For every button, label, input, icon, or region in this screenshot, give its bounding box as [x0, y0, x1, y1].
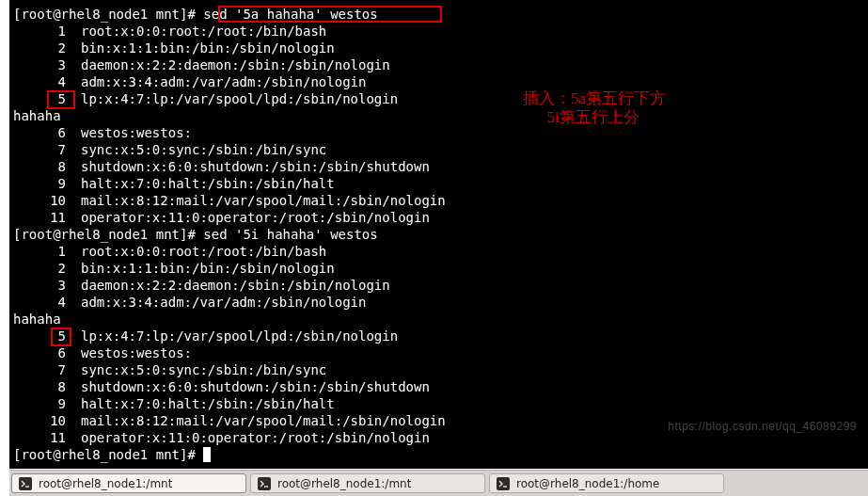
output-line: 4adm:x:3:4:adm:/var/adm:/sbin/nologin — [13, 294, 868, 311]
line-number: 3 — [13, 277, 66, 294]
output-line: 2bin:x:1:1:bin:/bin:/sbin/nologin — [13, 260, 868, 277]
output-line: 3daemon:x:2:2:daemon:/sbin:/sbin/nologin — [13, 56, 868, 73]
line-text: sync:x:5:0:sync:/sbin:/bin/sync — [66, 142, 326, 157]
terminal-icon — [496, 476, 511, 491]
line-number: 2 — [13, 40, 66, 56]
taskbar-tab-1[interactable]: root@rhel8_node1:/mnt — [11, 473, 246, 493]
terminal-area[interactable]: [root@rhel8_node1 mnt]# sed '5a hahaha' … — [9, 0, 868, 469]
line-text: daemon:x:2:2:daemon:/sbin:/sbin/nologin — [66, 57, 390, 72]
inserted-text: hahaha — [13, 312, 61, 327]
cursor-icon — [203, 447, 211, 462]
line-number: 6 — [13, 344, 66, 361]
taskbar-tab-label: root@rhel8_node1:/home — [516, 477, 659, 490]
line-number: 11 — [13, 429, 66, 446]
prompt-line-2: [root@rhel8_node1 mnt]# sed '5i hahaha' … — [13, 226, 868, 243]
watermark-text: https://blog.csdn.net/qq_46089299 — [668, 418, 857, 435]
taskbar-tab-2[interactable]: root@rhel8_node1:/mnt — [250, 473, 485, 493]
taskbar: root@rhel8_node1:/mnt root@rhel8_node1:/… — [9, 470, 868, 496]
output-line: 6westos:westos: — [13, 124, 868, 141]
output-line: 11operator:x:11:0:operator:/root:/sbin/n… — [13, 209, 868, 226]
line-number: 8 — [13, 378, 66, 395]
line-number: 11 — [13, 209, 66, 226]
line-text: adm:x:3:4:adm:/var/adm:/sbin/nologin — [66, 74, 366, 89]
line-number: 1 — [13, 243, 66, 260]
line-text: bin:x:1:1:bin:/bin:/sbin/nologin — [66, 40, 335, 56]
line-number: 5 — [13, 328, 66, 344]
line-text: adm:x:3:4:adm:/var/adm:/sbin/nologin — [66, 295, 366, 310]
line-number: 1 — [13, 23, 66, 40]
line-number: 10 — [13, 192, 66, 209]
line-text: bin:x:1:1:bin:/bin:/sbin/nologin — [66, 261, 335, 276]
line-text: daemon:x:2:2:daemon:/sbin:/sbin/nologin — [66, 278, 390, 293]
output-line: 6westos:westos: — [13, 344, 868, 361]
prompt-line-3: [root@rhel8_node1 mnt]# — [13, 446, 868, 463]
output-line: 7sync:x:5:0:sync:/sbin:/bin/sync — [13, 141, 868, 158]
output-line: 5lp:x:4:7:lp:/var/spool/lpd:/sbin/nologi… — [13, 90, 868, 107]
line-text: halt:x:7:0:halt:/sbin:/sbin/halt — [66, 176, 335, 191]
line-number: 9 — [13, 175, 66, 192]
terminal-icon — [257, 476, 272, 491]
line-number: 4 — [13, 73, 66, 90]
line-text: shutdown:x:6:0:shutdown:/sbin:/sbin/shut… — [66, 379, 430, 394]
line-text: sync:x:5:0:sync:/sbin:/bin/sync — [66, 362, 326, 377]
command-text: sed '5a hahaha' westos — [203, 7, 377, 22]
output-line: 5lp:x:4:7:lp:/var/spool/lpd:/sbin/nologi… — [13, 328, 868, 344]
line-text: root:x:0:0:root:/root:/bin/bash — [66, 244, 326, 259]
line-text: operator:x:11:0:operator:/root:/sbin/nol… — [66, 210, 430, 225]
prompt-text: [root@rhel8_node1 mnt]# — [13, 7, 203, 22]
taskbar-tab-label: root@rhel8_node1:/mnt — [277, 477, 411, 490]
inserted-line: hahaha — [13, 311, 868, 328]
line-text: halt:x:7:0:halt:/sbin:/sbin/halt — [66, 396, 335, 411]
output-line: 3daemon:x:2:2:daemon:/sbin:/sbin/nologin — [13, 277, 868, 294]
output-line: 8shutdown:x:6:0:shutdown:/sbin:/sbin/shu… — [13, 378, 868, 395]
output-line: 4adm:x:3:4:adm:/var/adm:/sbin/nologin — [13, 73, 868, 90]
line-number: 7 — [13, 361, 66, 378]
output-line: 2bin:x:1:1:bin:/bin:/sbin/nologin — [13, 40, 868, 56]
output-line: 7sync:x:5:0:sync:/sbin:/bin/sync — [13, 361, 868, 378]
prompt-text: [root@rhel8_node1 mnt]# — [13, 447, 203, 462]
output-line: 9halt:x:7:0:halt:/sbin:/sbin/halt — [13, 175, 868, 192]
line-text: shutdown:x:6:0:shutdown:/sbin:/sbin/shut… — [66, 159, 430, 174]
line-number: 5 — [13, 90, 66, 107]
terminal-icon — [18, 476, 33, 491]
line-text: lp:x:4:7:lp:/var/spool/lpd:/sbin/nologin — [66, 91, 398, 106]
line-number: 2 — [13, 260, 66, 277]
line-text: root:x:0:0:root:/root:/bin/bash — [66, 24, 326, 39]
taskbar-tab-label: root@rhel8_node1:/mnt — [39, 477, 172, 490]
prompt-text: [root@rhel8_node1 mnt]# — [13, 227, 203, 242]
output-line: 10mail:x:8:12:mail:/var/spool/mail:/sbin… — [13, 192, 868, 209]
line-text: operator:x:11:0:operator:/root:/sbin/nol… — [66, 430, 430, 445]
line-text: westos:westos: — [66, 125, 192, 140]
line-text: mail:x:8:12:mail:/var/spool/mail:/sbin/n… — [66, 413, 446, 428]
line-number: 7 — [13, 141, 66, 158]
output-line: 1root:x:0:0:root:/root:/bin/bash — [13, 243, 868, 260]
prompt-line-1: [root@rhel8_node1 mnt]# sed '5a hahaha' … — [13, 6, 868, 23]
inserted-text: hahaha — [13, 108, 61, 123]
line-text: westos:westos: — [66, 345, 192, 360]
line-text: lp:x:4:7:lp:/var/spool/lpd:/sbin/nologin — [66, 328, 398, 344]
line-number: 9 — [13, 395, 66, 412]
line-number: 10 — [13, 412, 66, 429]
line-text: mail:x:8:12:mail:/var/spool/mail:/sbin/n… — [66, 193, 446, 208]
line-number: 6 — [13, 124, 66, 141]
inserted-line: hahaha — [13, 107, 868, 124]
output-line: 8shutdown:x:6:0:shutdown:/sbin:/sbin/shu… — [13, 158, 868, 175]
line-number: 8 — [13, 158, 66, 175]
command-text: sed '5i hahaha' westos — [203, 227, 377, 242]
line-number: 3 — [13, 56, 66, 73]
output-line: 1root:x:0:0:root:/root:/bin/bash — [13, 23, 868, 40]
line-number: 4 — [13, 294, 66, 311]
output-line: 9halt:x:7:0:halt:/sbin:/sbin/halt — [13, 395, 868, 412]
taskbar-tab-3[interactable]: root@rhel8_node1:/home — [489, 473, 724, 493]
